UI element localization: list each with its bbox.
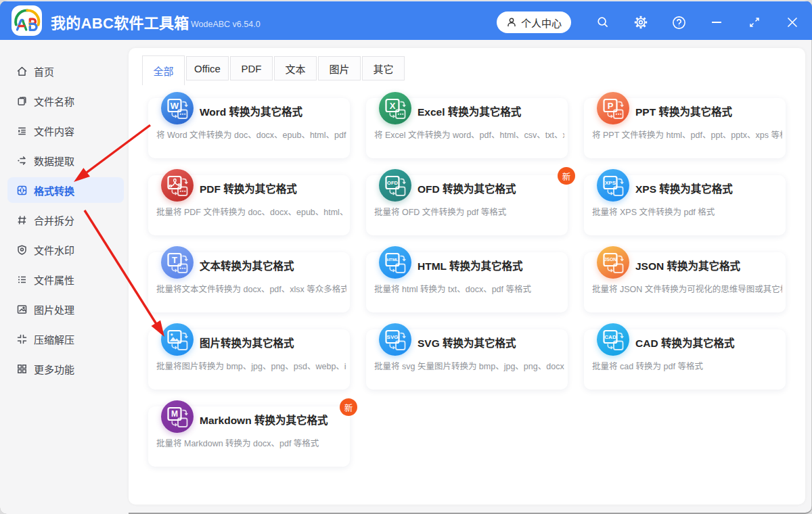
svg-text:T: T bbox=[172, 255, 177, 265]
svg-text:CAD: CAD bbox=[604, 334, 616, 340]
svg-text:JSON: JSON bbox=[604, 257, 617, 262]
svg-text:SVG: SVG bbox=[387, 334, 399, 340]
svg-text:P: P bbox=[608, 101, 614, 111]
svg-text:HTML: HTML bbox=[386, 257, 398, 262]
svg-text:M: M bbox=[171, 409, 178, 419]
svg-text:X: X bbox=[390, 101, 396, 111]
svg-text:W: W bbox=[171, 101, 179, 111]
svg-text:OFD: OFD bbox=[387, 180, 398, 186]
svg-text:XPS: XPS bbox=[605, 180, 616, 186]
